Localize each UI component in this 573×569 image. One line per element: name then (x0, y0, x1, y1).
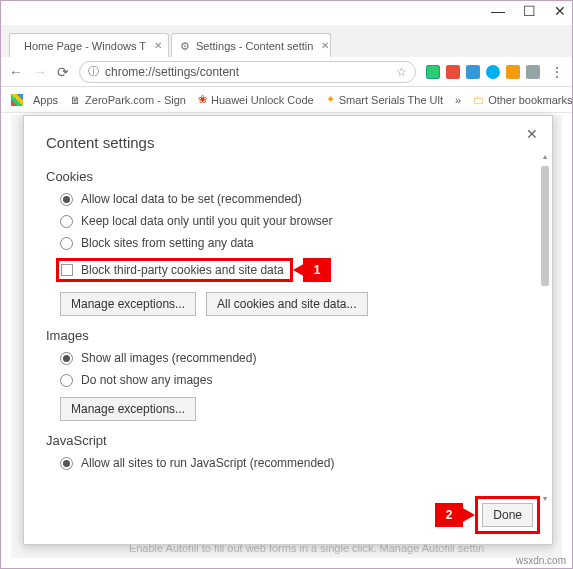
callout-arrow-icon (461, 507, 475, 523)
win-minimize[interactable]: — (491, 3, 505, 19)
win-maximize[interactable]: ☐ (523, 3, 536, 19)
watermark: wsxdn.com (516, 555, 566, 566)
dialog-close-button[interactable]: ✕ (526, 126, 538, 142)
radio-icon (60, 193, 73, 206)
callout-2: 2 (435, 503, 464, 527)
star-icon: ✦ (326, 93, 335, 106)
scroll-down-icon[interactable]: ▾ (540, 494, 550, 506)
radio-icon (60, 215, 73, 228)
scrollbar[interactable]: ▴ ▾ (540, 164, 550, 494)
radio-show-images[interactable]: Show all images (recommended) (60, 351, 536, 365)
bookmark-star-icon[interactable]: ☆ (396, 65, 407, 79)
page-icon: 🗎 (70, 94, 81, 106)
huawei-icon: ❀ (198, 93, 207, 106)
section-cookies: Cookies (46, 169, 536, 184)
extension-icons (426, 65, 540, 79)
back-button[interactable]: ← (9, 64, 23, 80)
site-info-icon[interactable]: ⓘ (88, 64, 99, 79)
tab-label: Home Page - Windows T (24, 40, 146, 52)
radio-keep-until-quit[interactable]: Keep local data only until you quit your… (60, 214, 536, 228)
bookmark-item[interactable]: ✦Smart Serials The Ult (326, 93, 443, 106)
win-close[interactable]: ✕ (554, 3, 566, 19)
section-images: Images (46, 328, 536, 343)
forward-button[interactable]: → (33, 64, 47, 80)
radio-block-sites[interactable]: Block sites from setting any data (60, 236, 536, 250)
gear-icon: ⚙ (180, 40, 190, 52)
menu-button[interactable]: ⋮ (550, 64, 564, 80)
manage-exceptions-button[interactable]: Manage exceptions... (60, 292, 196, 316)
reload-button[interactable]: ⟳ (57, 64, 69, 80)
extension-icon[interactable] (486, 65, 500, 79)
radio-icon (60, 374, 73, 387)
dialog-title: Content settings (46, 134, 552, 151)
all-cookies-data-button[interactable]: All cookies and site data... (206, 292, 367, 316)
tab-settings[interactable]: ⚙ Settings - Content settin ✕ (171, 33, 331, 57)
tab-bar: Home Page - Windows T ✕ ⚙ Settings - Con… (1, 25, 572, 57)
checkbox-block-third-party[interactable]: Block third-party cookies and site data (61, 263, 284, 277)
extension-icon[interactable] (426, 65, 440, 79)
radio-icon (60, 457, 73, 470)
callout-1-highlight: Block third-party cookies and site data (56, 258, 293, 282)
radio-allow-js[interactable]: Allow all sites to run JavaScript (recom… (60, 456, 536, 470)
extension-icon[interactable] (526, 65, 540, 79)
folder-icon: 🗀 (473, 94, 484, 106)
tab-close-icon[interactable]: ✕ (321, 40, 329, 51)
bookmark-item[interactable]: 🗎ZeroPark.com - Sign (70, 94, 186, 106)
apps-icon (11, 94, 23, 106)
address-bar: ← → ⟳ ⓘ chrome://settings/content ☆ ⋮ (1, 57, 572, 87)
tab-homepage[interactable]: Home Page - Windows T ✕ (9, 33, 169, 57)
callout-1: 1 (303, 258, 332, 282)
section-javascript: JavaScript (46, 433, 536, 448)
extension-icon[interactable] (466, 65, 480, 79)
content-settings-dialog: Content settings ✕ ▴ ▾ Cookies Allow loc… (23, 115, 553, 545)
url-text: chrome://settings/content (105, 65, 239, 79)
bookmarks-overflow[interactable]: » (455, 94, 461, 106)
extension-icon[interactable] (446, 65, 460, 79)
tab-label: Settings - Content settin (196, 40, 313, 52)
url-input[interactable]: ⓘ chrome://settings/content ☆ (79, 61, 416, 83)
scroll-up-icon[interactable]: ▴ (540, 152, 550, 164)
callout-2-highlight: Done (475, 496, 540, 534)
scroll-thumb[interactable] (541, 166, 549, 286)
bookmarks-bar: Apps 🗎ZeroPark.com - Sign ❀Huawei Unlock… (1, 87, 572, 113)
radio-icon (60, 237, 73, 250)
extension-icon[interactable] (506, 65, 520, 79)
manage-exceptions-button[interactable]: Manage exceptions... (60, 397, 196, 421)
radio-hide-images[interactable]: Do not show any images (60, 373, 536, 387)
apps-button[interactable]: Apps (11, 94, 58, 106)
radio-allow-local-data[interactable]: Allow local data to be set (recommended) (60, 192, 536, 206)
done-button[interactable]: Done (482, 503, 533, 527)
checkbox-icon (61, 264, 73, 276)
other-bookmarks[interactable]: 🗀Other bookmarks (473, 94, 572, 106)
tab-close-icon[interactable]: ✕ (154, 40, 162, 51)
radio-icon (60, 352, 73, 365)
bookmark-item[interactable]: ❀Huawei Unlock Code (198, 93, 314, 106)
